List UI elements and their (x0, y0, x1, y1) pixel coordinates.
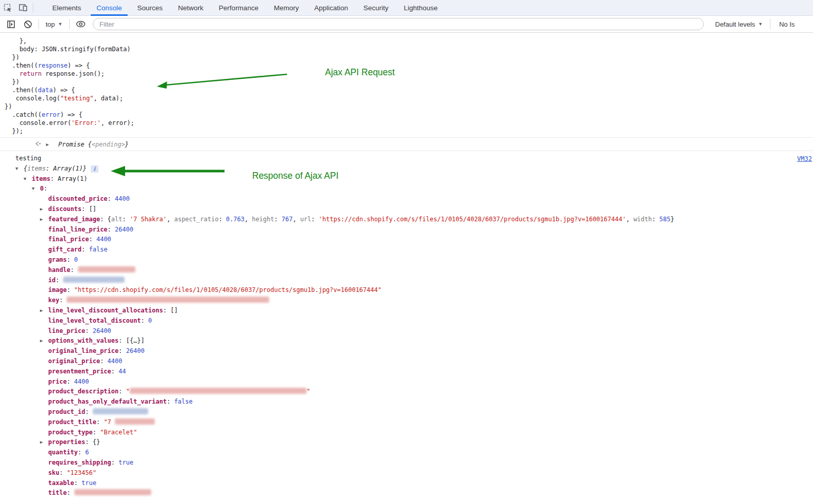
text-segment: : (100, 216, 107, 223)
text-segment: : (111, 368, 118, 375)
text-segment: "Bracelet" (100, 429, 137, 436)
console-tree-row: line_level_total_discount: 0 (0, 316, 813, 326)
console-tree-row: presentment_price: 44 (0, 367, 813, 377)
tab-memory[interactable]: Memory (266, 0, 307, 16)
text-segment: 4400 (74, 378, 89, 385)
console-tree-row: discounted_price: 4400 (0, 194, 813, 204)
toolbar-separator (770, 19, 770, 29)
console-tree-row[interactable]: ▶discounts: [] (0, 204, 813, 215)
tab-elements[interactable]: Elements (45, 0, 89, 16)
live-expression-eye-icon[interactable] (74, 17, 87, 31)
context-selector[interactable]: top ▼ (42, 20, 67, 28)
code-line: }) (5, 78, 813, 86)
text-segment: , (626, 216, 633, 223)
console-tree-row: gift_card: false (0, 245, 813, 255)
console-tree-row: final_line_price: 26400 (0, 225, 813, 235)
console-sidebar-icon[interactable] (5, 17, 18, 31)
property-key: product_description (48, 388, 118, 395)
text-segment: : (118, 337, 126, 344)
eye-icon (76, 20, 86, 28)
expand-arrow-icon[interactable]: ▼ (15, 164, 24, 174)
tab-network[interactable]: Network (170, 0, 211, 16)
code-line: }) (5, 102, 813, 111)
filter-input[interactable] (93, 18, 704, 30)
property-key: discounts (48, 205, 82, 213)
property-key: handle (48, 266, 70, 274)
device-toolbar-icon[interactable] (15, 0, 31, 15)
text-segment: 4400 (108, 358, 123, 365)
console-tree-row[interactable]: ▼{items: Array(1)}i (0, 164, 813, 174)
property-key: price (48, 378, 67, 385)
console-tree-row: product_has_only_default_variant: false (0, 397, 813, 407)
value-info-icon[interactable]: i (91, 165, 98, 173)
text-segment: [] (89, 205, 96, 213)
text-segment: '7 Shakra' (130, 216, 167, 223)
console-tree-row: product_type: "Bracelet" (0, 428, 813, 438)
property-key: product_has_only_default_variant (48, 398, 167, 405)
text-segment: }) (5, 54, 19, 61)
redacted-value (115, 418, 155, 425)
text-segment: "testing" (60, 95, 93, 102)
code-line: .then((data) => { (5, 86, 813, 94)
property-key: image (48, 286, 67, 293)
expand-arrow-icon[interactable]: ▶ (46, 142, 54, 147)
source-location-link[interactable]: VM32 (797, 154, 812, 164)
property-key: original_line_price (48, 347, 118, 354)
text-segment: : (311, 216, 318, 223)
text-segment (5, 70, 19, 77)
property-key: quantity (48, 449, 78, 456)
tab-performance[interactable]: Performance (211, 0, 266, 16)
console-tree-row[interactable]: ▼0: (0, 184, 813, 194)
expand-arrow-icon[interactable]: ▼ (24, 174, 32, 184)
expand-arrow-icon[interactable]: ▶ (40, 437, 48, 448)
redacted-value (74, 489, 151, 495)
text-segment: testing (15, 155, 42, 162)
text-segment: : (59, 469, 67, 476)
console-tree-row[interactable]: ▼items: Array(1) (0, 174, 813, 184)
property-key: final_line_price (48, 226, 108, 233)
code-line: return response.json(); (5, 70, 813, 78)
clear-console-icon (24, 20, 32, 29)
tab-console[interactable]: Console (89, 0, 130, 16)
log-levels-dropdown[interactable]: Default levels ▼ (715, 20, 763, 28)
toolbar-separator (33, 3, 33, 12)
promise-result: Promise {<pending>} (58, 141, 129, 148)
text-segment: : (118, 347, 126, 354)
code-line: .then((response) => { (5, 61, 813, 70)
text-segment: : (70, 266, 77, 274)
console-tree-row: price: 4400 (0, 377, 813, 387)
text-segment: : (85, 408, 92, 415)
text-segment: : (82, 246, 89, 253)
console-tree-row: product_description: "" (0, 387, 813, 397)
expand-arrow-icon[interactable]: ▶ (40, 336, 48, 346)
console-result-row: ▶ Promise {<pending>} (0, 137, 813, 151)
tab-security[interactable]: Security (356, 0, 396, 16)
clear-console-icon[interactable] (21, 17, 34, 31)
text-segment: : (100, 358, 107, 365)
text-segment: .catch(( (5, 111, 42, 118)
inspect-element-icon[interactable] (0, 0, 15, 15)
expand-arrow-icon[interactable]: ▶ (40, 215, 48, 225)
text-segment: : (44, 185, 47, 192)
tab-sources[interactable]: Sources (130, 0, 171, 16)
console-tree-row[interactable]: ▶line_level_discount_allocations: [] (0, 306, 813, 316)
console-tree-row[interactable]: ▶options_with_values: [{…}] (0, 336, 813, 346)
expand-arrow-icon[interactable]: ▶ (40, 306, 48, 316)
code-line: console.log("testing", data); (5, 94, 813, 102)
console-tree-row: requires_shipping: true (0, 458, 813, 468)
expand-arrow-icon[interactable]: ▶ (40, 204, 48, 215)
code-line: }, (5, 37, 813, 45)
text-segment: 767 (281, 216, 293, 223)
tab-application[interactable]: Application (307, 0, 356, 16)
text-segment: data (38, 87, 53, 94)
console-tree-row[interactable]: ▶featured_image: {alt: '7 Shakra', aspec… (0, 215, 813, 225)
tab-lighthouse[interactable]: Lighthouse (396, 0, 445, 16)
text-segment: : (141, 317, 148, 324)
text-segment: 4400 (96, 236, 111, 243)
console-toolbar: top ▼ Default levels ▼ No Is (0, 16, 813, 33)
request-annotation-label: Ajax API Request (325, 67, 395, 78)
console-tree-row[interactable]: ▶properties: {} (0, 437, 813, 448)
chevron-down-icon: ▼ (58, 22, 63, 27)
issues-counter[interactable]: No Is (779, 20, 795, 28)
expand-arrow-icon[interactable]: ▼ (32, 184, 40, 194)
